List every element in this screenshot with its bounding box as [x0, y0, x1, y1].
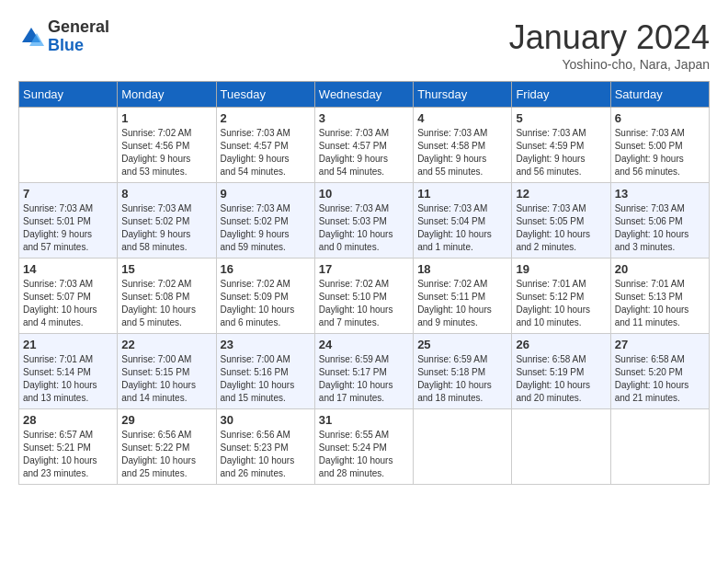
day-header-friday: Friday [512, 82, 610, 108]
day-info: Sunrise: 7:03 AM Sunset: 5:06 PM Dayligh… [615, 202, 705, 254]
day-header-wednesday: Wednesday [314, 82, 413, 108]
day-number: 9 [221, 187, 311, 201]
calendar-cell: 30Sunrise: 6:56 AM Sunset: 5:23 PM Dayli… [216, 409, 314, 485]
day-number: 30 [221, 413, 311, 427]
day-info: Sunrise: 7:02 AM Sunset: 5:10 PM Dayligh… [319, 278, 409, 329]
day-number: 6 [615, 111, 705, 125]
day-info: Sunrise: 7:03 AM Sunset: 5:04 PM Dayligh… [417, 202, 507, 254]
day-header-sunday: Sunday [19, 82, 118, 108]
calendar-header: General Blue January 2024 Yoshino-cho, N… [18, 18, 710, 72]
day-info: Sunrise: 7:03 AM Sunset: 4:57 PM Dayligh… [319, 127, 409, 178]
day-number: 20 [615, 262, 705, 276]
calendar-cell: 15Sunrise: 7:02 AM Sunset: 5:08 PM Dayli… [118, 259, 216, 334]
day-info: Sunrise: 7:00 AM Sunset: 5:16 PM Dayligh… [221, 353, 311, 405]
calendar-cell [512, 409, 610, 485]
calendar-cell: 14Sunrise: 7:03 AM Sunset: 5:07 PM Dayli… [19, 259, 118, 334]
calendar-cell: 11Sunrise: 7:03 AM Sunset: 5:04 PM Dayli… [414, 183, 512, 259]
day-number: 13 [615, 187, 705, 201]
day-header-monday: Monday [118, 82, 216, 108]
calendar-table: SundayMondayTuesdayWednesdayThursdayFrid… [18, 81, 710, 485]
calendar-cell [610, 409, 709, 485]
day-info: Sunrise: 7:01 AM Sunset: 5:12 PM Dayligh… [516, 278, 606, 329]
day-info: Sunrise: 7:03 AM Sunset: 5:07 PM Dayligh… [23, 278, 113, 329]
day-number: 22 [121, 338, 211, 351]
day-number: 2 [221, 111, 311, 125]
day-info: Sunrise: 7:01 AM Sunset: 5:14 PM Dayligh… [23, 353, 113, 405]
day-number: 8 [121, 187, 211, 201]
day-info: Sunrise: 7:02 AM Sunset: 5:09 PM Dayligh… [221, 278, 311, 329]
calendar-cell [19, 108, 118, 183]
calendar-cell: 7Sunrise: 7:03 AM Sunset: 5:01 PM Daylig… [19, 183, 118, 259]
calendar-cell: 27Sunrise: 6:58 AM Sunset: 5:20 PM Dayli… [610, 334, 709, 409]
day-info: Sunrise: 7:03 AM Sunset: 4:57 PM Dayligh… [221, 127, 311, 178]
day-info: Sunrise: 7:02 AM Sunset: 4:56 PM Dayligh… [121, 127, 211, 178]
days-header-row: SundayMondayTuesdayWednesdayThursdayFrid… [19, 82, 710, 108]
calendar-title: January 2024 [509, 18, 710, 57]
day-number: 12 [516, 187, 606, 201]
day-info: Sunrise: 7:03 AM Sunset: 5:03 PM Dayligh… [319, 202, 409, 254]
day-info: Sunrise: 7:02 AM Sunset: 5:08 PM Dayligh… [121, 278, 211, 329]
day-number: 29 [121, 413, 211, 427]
day-number: 27 [615, 338, 705, 351]
day-number: 16 [221, 262, 311, 276]
day-number: 4 [417, 111, 507, 125]
day-info: Sunrise: 6:58 AM Sunset: 5:19 PM Dayligh… [516, 353, 606, 405]
day-number: 7 [23, 187, 113, 201]
day-number: 23 [221, 338, 311, 351]
day-number: 17 [319, 262, 409, 276]
calendar-cell: 10Sunrise: 7:03 AM Sunset: 5:03 PM Dayli… [314, 183, 413, 259]
logo: General Blue [18, 18, 109, 55]
logo-icon [18, 24, 44, 50]
day-info: Sunrise: 7:03 AM Sunset: 4:59 PM Dayligh… [516, 127, 606, 178]
week-row-5: 28Sunrise: 6:57 AM Sunset: 5:21 PM Dayli… [19, 409, 710, 485]
day-info: Sunrise: 7:03 AM Sunset: 5:00 PM Dayligh… [615, 127, 705, 178]
day-info: Sunrise: 6:56 AM Sunset: 5:22 PM Dayligh… [121, 429, 211, 480]
day-info: Sunrise: 6:59 AM Sunset: 5:17 PM Dayligh… [319, 353, 409, 405]
calendar-cell: 28Sunrise: 6:57 AM Sunset: 5:21 PM Dayli… [19, 409, 118, 485]
day-number: 11 [417, 187, 507, 201]
day-number: 5 [516, 111, 606, 125]
week-row-3: 14Sunrise: 7:03 AM Sunset: 5:07 PM Dayli… [19, 259, 710, 334]
calendar-cell: 17Sunrise: 7:02 AM Sunset: 5:10 PM Dayli… [314, 259, 413, 334]
logo-general: General [48, 17, 109, 36]
day-header-thursday: Thursday [414, 82, 512, 108]
day-info: Sunrise: 7:03 AM Sunset: 5:02 PM Dayligh… [221, 202, 311, 254]
calendar-cell: 23Sunrise: 7:00 AM Sunset: 5:16 PM Dayli… [216, 334, 314, 409]
title-area: January 2024 Yoshino-cho, Nara, Japan [509, 18, 710, 72]
calendar-cell: 4Sunrise: 7:03 AM Sunset: 4:58 PM Daylig… [414, 108, 512, 183]
day-info: Sunrise: 6:56 AM Sunset: 5:23 PM Dayligh… [221, 429, 311, 480]
day-info: Sunrise: 6:59 AM Sunset: 5:18 PM Dayligh… [417, 353, 507, 405]
calendar-cell: 21Sunrise: 7:01 AM Sunset: 5:14 PM Dayli… [19, 334, 118, 409]
calendar-cell: 5Sunrise: 7:03 AM Sunset: 4:59 PM Daylig… [512, 108, 610, 183]
day-info: Sunrise: 6:55 AM Sunset: 5:24 PM Dayligh… [319, 429, 409, 480]
day-info: Sunrise: 7:03 AM Sunset: 4:58 PM Dayligh… [417, 127, 507, 178]
calendar-cell: 26Sunrise: 6:58 AM Sunset: 5:19 PM Dayli… [512, 334, 610, 409]
calendar-cell: 2Sunrise: 7:03 AM Sunset: 4:57 PM Daylig… [216, 108, 314, 183]
day-header-tuesday: Tuesday [216, 82, 314, 108]
week-row-4: 21Sunrise: 7:01 AM Sunset: 5:14 PM Dayli… [19, 334, 710, 409]
week-row-2: 7Sunrise: 7:03 AM Sunset: 5:01 PM Daylig… [19, 183, 710, 259]
day-number: 21 [23, 338, 113, 351]
calendar-cell: 3Sunrise: 7:03 AM Sunset: 4:57 PM Daylig… [314, 108, 413, 183]
day-number: 28 [23, 413, 113, 427]
day-info: Sunrise: 7:03 AM Sunset: 5:05 PM Dayligh… [516, 202, 606, 254]
day-info: Sunrise: 6:57 AM Sunset: 5:21 PM Dayligh… [23, 429, 113, 480]
calendar-subtitle: Yoshino-cho, Nara, Japan [509, 57, 710, 72]
calendar-cell [414, 409, 512, 485]
calendar-cell: 18Sunrise: 7:02 AM Sunset: 5:11 PM Dayli… [414, 259, 512, 334]
day-info: Sunrise: 7:01 AM Sunset: 5:13 PM Dayligh… [615, 278, 705, 329]
week-row-1: 1Sunrise: 7:02 AM Sunset: 4:56 PM Daylig… [19, 108, 710, 183]
day-number: 15 [121, 262, 211, 276]
calendar-cell: 24Sunrise: 6:59 AM Sunset: 5:17 PM Dayli… [314, 334, 413, 409]
calendar-cell: 9Sunrise: 7:03 AM Sunset: 5:02 PM Daylig… [216, 183, 314, 259]
calendar-cell: 8Sunrise: 7:03 AM Sunset: 5:02 PM Daylig… [118, 183, 216, 259]
day-header-saturday: Saturday [610, 82, 709, 108]
day-number: 10 [319, 187, 409, 201]
day-info: Sunrise: 7:00 AM Sunset: 5:15 PM Dayligh… [121, 353, 211, 405]
day-info: Sunrise: 7:03 AM Sunset: 5:02 PM Dayligh… [121, 202, 211, 254]
day-info: Sunrise: 7:03 AM Sunset: 5:01 PM Dayligh… [23, 202, 113, 254]
calendar-cell: 19Sunrise: 7:01 AM Sunset: 5:12 PM Dayli… [512, 259, 610, 334]
day-number: 31 [319, 413, 409, 427]
day-info: Sunrise: 7:02 AM Sunset: 5:11 PM Dayligh… [417, 278, 507, 329]
day-number: 26 [516, 338, 606, 351]
